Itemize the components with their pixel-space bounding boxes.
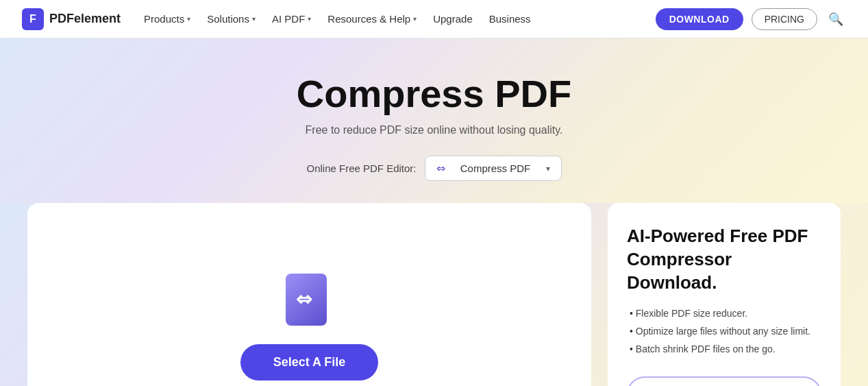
sidebar-title: AI-Powered Free PDF Compressor Download. <box>627 225 821 294</box>
compress-illustration: ⇔ <box>282 270 337 325</box>
compress-icon: ⇔ <box>436 162 445 175</box>
sidebar-panel: AI-Powered Free PDF Compressor Download.… <box>608 203 841 386</box>
nav-item-solutions[interactable]: Solutions ▾ <box>200 9 262 29</box>
chevron-down-icon: ▾ <box>308 15 311 23</box>
chevron-down-icon: ▾ <box>252 15 256 23</box>
search-icon[interactable]: 🔍 <box>826 9 846 29</box>
dropdown-selected-text: Compress PDF <box>451 162 541 174</box>
nav-item-resources[interactable]: Resources & Help ▾ <box>321 9 423 29</box>
free-download-button[interactable]: Free Download <box>627 376 821 386</box>
editor-dropdown[interactable]: ⇔ Compress PDF ▾ <box>425 156 562 181</box>
navbar: F PDFelement Products ▾ Solutions ▾ AI P… <box>0 0 868 38</box>
upload-panel: ⇔ Select A File Or drag and drop a PDF f… <box>27 203 591 386</box>
pricing-button[interactable]: PRICING <box>752 8 817 30</box>
feature-item: Flexible PDF size reducer. <box>627 308 821 319</box>
feature-item: Batch shrink PDF files on the go. <box>627 343 821 354</box>
chevron-down-icon: ▾ <box>546 164 550 173</box>
page-title: Compress PDF <box>0 71 868 116</box>
editor-label: Online Free PDF Editor: <box>306 162 416 174</box>
feature-item: Optimize large files without any size li… <box>627 326 821 337</box>
chevron-down-icon: ▾ <box>187 15 190 23</box>
logo-link[interactable]: F PDFelement <box>22 8 121 30</box>
nav-right: DOWNLOAD PRICING 🔍 <box>656 8 846 30</box>
nav-item-upgrade[interactable]: Upgrade <box>426 9 480 29</box>
svg-text:⇔: ⇔ <box>296 289 312 310</box>
logo-icon: F <box>22 8 44 30</box>
nav-item-products[interactable]: Products ▾ <box>137 9 197 29</box>
nav-item-aipdf[interactable]: AI PDF ▾ <box>265 9 318 29</box>
download-button[interactable]: DOWNLOAD <box>656 8 743 30</box>
chevron-down-icon: ▾ <box>413 15 417 23</box>
nav-item-business[interactable]: Business <box>482 9 538 29</box>
editor-selector: Online Free PDF Editor: ⇔ Compress PDF ▾ <box>306 156 561 181</box>
features-list: Flexible PDF size reducer. Optimize larg… <box>627 308 821 354</box>
main-content: ⇔ Select A File Or drag and drop a PDF f… <box>0 203 868 386</box>
nav-links: Products ▾ Solutions ▾ AI PDF ▾ Resource… <box>137 9 639 29</box>
logo-text: PDFelement <box>49 12 121 26</box>
hero-subtitle: Free to reduce PDF size online without l… <box>0 124 868 136</box>
select-file-button[interactable]: Select A File <box>240 344 379 381</box>
hero-section: Compress PDF Free to reduce PDF size onl… <box>0 38 868 203</box>
